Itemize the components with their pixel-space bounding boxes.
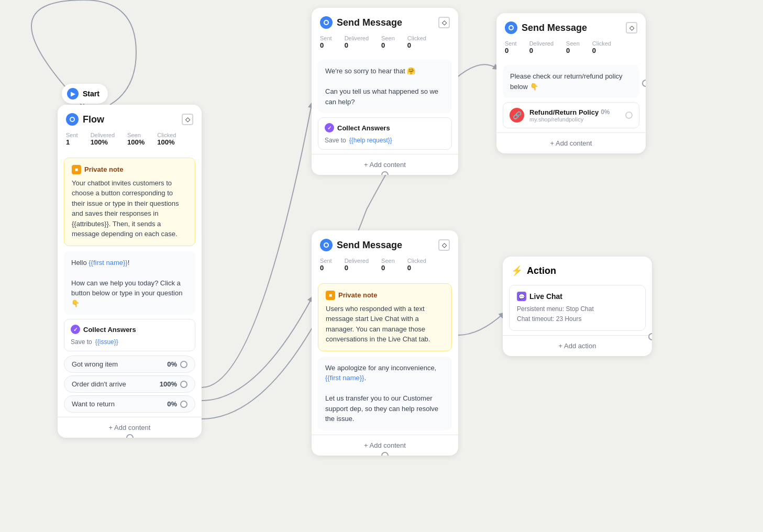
send-msg-tc-icon bbox=[320, 16, 333, 29]
refund-link-info: Refund/Return Policy 0% my.shop/refundpo… bbox=[529, 108, 620, 123]
clicked-label: Clicked bbox=[157, 132, 176, 138]
live-chat-icon: 💬 bbox=[517, 292, 526, 301]
refund-pct: 0% bbox=[601, 108, 610, 116]
seen-value: 100% bbox=[127, 138, 145, 146]
send-msg-bc-bottom-dot bbox=[381, 452, 389, 456]
send-msg-tc-stats: Sent0 Delivered0 Seen0 Clicked0 bbox=[312, 33, 458, 56]
got-wrong-connector bbox=[180, 361, 187, 368]
save-to-tc-row: Save to {{help request}} bbox=[325, 137, 445, 144]
send-msg-tc-collect: ✓ Collect Answers Save to {{help request… bbox=[318, 117, 452, 150]
answer-got-wrong-item[interactable]: Got wrong item 0% bbox=[64, 356, 195, 373]
flow-bottom-dot bbox=[126, 434, 134, 438]
flow-tag-icon[interactable]: ◇ bbox=[182, 114, 193, 125]
order-not-arrived-connector bbox=[180, 381, 187, 388]
svg-point-1 bbox=[71, 118, 74, 121]
private-note-icon: ■ bbox=[72, 165, 81, 174]
save-to-label: Save to bbox=[71, 338, 92, 346]
delivered-label: Delivered bbox=[91, 132, 115, 138]
clicked-value: 100% bbox=[157, 138, 176, 146]
private-note-title: Private note bbox=[84, 164, 123, 175]
action-header: ⚡ Action bbox=[503, 257, 652, 281]
send-msg-tr-title-text: Send Message bbox=[522, 23, 587, 34]
send-msg-top-center: Send Message ◇ Sent0 Delivered0 Seen0 Cl… bbox=[312, 8, 458, 175]
send-msg-tc-message: We're so sorry to hear that 🤗 Can you te… bbox=[318, 60, 452, 113]
want-to-return-pct: 0% bbox=[167, 400, 177, 408]
live-chat-section: 💬 Live Chat Persistent menu: Stop Chat C… bbox=[509, 285, 646, 331]
flow-stats: Sent1 Delivered100% Seen100% Clicked100% bbox=[58, 130, 202, 152]
help-request-var: {{help request}} bbox=[349, 137, 392, 144]
send-msg-bc-tag[interactable]: ◇ bbox=[438, 239, 450, 251]
live-chat-title: Live Chat bbox=[529, 292, 562, 301]
sent-label: Sent bbox=[66, 132, 78, 138]
send-msg-bc-message: We apologize for any inconvenience, {{fi… bbox=[318, 357, 452, 430]
want-to-return-label: Want to return bbox=[72, 400, 115, 408]
sent-value: 1 bbox=[66, 138, 78, 146]
start-icon: ▶ bbox=[67, 88, 79, 99]
collect-icon: ✓ bbox=[71, 325, 80, 334]
refund-link-text: Refund/Return Policy bbox=[529, 108, 599, 116]
private-note-bc-title: Private note bbox=[338, 290, 377, 301]
send-msg-tc-tag[interactable]: ◇ bbox=[438, 17, 450, 28]
flow-icon bbox=[66, 113, 79, 126]
svg-point-3 bbox=[325, 21, 328, 24]
send-msg-tr-message: Please check our return/refund policy be… bbox=[503, 65, 639, 98]
send-msg-tr-icon bbox=[505, 21, 517, 34]
send-msg-tr-right-dot bbox=[642, 80, 646, 87]
seen-label: Seen bbox=[127, 132, 145, 138]
got-wrong-pct: 0% bbox=[167, 360, 177, 368]
refund-link-section: 🔗 Refund/Return Policy 0% my.shop/refund… bbox=[503, 102, 639, 128]
action-title: Action bbox=[527, 265, 556, 276]
order-not-arrived-pct: 100% bbox=[160, 380, 177, 388]
start-node: ▶ Start bbox=[62, 84, 108, 104]
want-to-return-connector bbox=[180, 401, 187, 408]
got-wrong-item-label: Got wrong item bbox=[72, 360, 118, 368]
send-msg-bc-private-note: ■ Private note Users who responded with … bbox=[318, 283, 452, 351]
send-msg-tc-header: Send Message ◇ bbox=[312, 8, 458, 33]
answer-want-to-return[interactable]: Want to return 0% bbox=[64, 395, 195, 413]
send-msg-tc-title: Send Message bbox=[320, 16, 402, 29]
send-msg-bottom-center: Send Message ◇ Sent0 Delivered0 Seen0 Cl… bbox=[312, 230, 458, 456]
save-to-row: Save to {{issue}} bbox=[71, 338, 189, 346]
refund-link-dot bbox=[625, 112, 633, 119]
private-note-body: Your chatbot invites customers to choose… bbox=[72, 179, 179, 238]
flow-title: Flow bbox=[83, 114, 104, 125]
refund-icon: 🔗 bbox=[510, 108, 524, 123]
svg-point-5 bbox=[510, 26, 513, 29]
first-name-var: {{first name}} bbox=[89, 259, 127, 267]
send-msg-bc-title: Send Message bbox=[320, 239, 402, 251]
live-chat-details: Persistent menu: Stop Chat Chat timeout:… bbox=[517, 304, 638, 324]
action-node: ⚡ Action 💬 Live Chat Persistent menu: St… bbox=[503, 257, 652, 356]
refund-url: my.shop/refundpolicy bbox=[529, 116, 620, 123]
order-not-arrived-label: Order didn't arrive bbox=[72, 380, 126, 388]
flow-message-bubble: Hello {{first name}}! How can we help yo… bbox=[64, 251, 195, 315]
svg-point-7 bbox=[325, 243, 328, 247]
flow-node-title: Flow bbox=[66, 113, 104, 126]
send-msg-tr-add-content[interactable]: + Add content bbox=[496, 132, 646, 153]
flow-node-header: Flow ◇ bbox=[58, 105, 202, 130]
issue-variable: {{issue}} bbox=[95, 338, 118, 346]
private-note-bc-body: Users who responded with a text message … bbox=[326, 305, 430, 343]
save-to-tc-label: Save to bbox=[325, 137, 346, 144]
flow-node: Flow ◇ Sent1 Delivered100% Seen100% Clic… bbox=[58, 105, 202, 438]
add-action-btn[interactable]: + Add action bbox=[503, 335, 652, 356]
send-msg-bc-stats: Sent0 Delivered0 Seen0 Clicked0 bbox=[312, 256, 458, 278]
send-msg-tc-title-text: Send Message bbox=[337, 17, 402, 28]
send-msg-tc-bottom-dot bbox=[381, 171, 389, 175]
send-msg-tr-tag[interactable]: ◇ bbox=[626, 22, 637, 34]
send-msg-bc-title-text: Send Message bbox=[337, 240, 402, 251]
collect-tc-title: Collect Answers bbox=[337, 124, 390, 132]
answer-order-not-arrived[interactable]: Order didn't arrive 100% bbox=[64, 375, 195, 393]
send-msg-tr-stats: Sent0 Delivered0 Seen0 Clicked0 bbox=[496, 38, 646, 61]
collect-tc-icon: ✓ bbox=[325, 123, 334, 132]
send-msg-bc-icon bbox=[320, 239, 333, 251]
flow-collect-answers: ✓ Collect Answers Save to {{issue}} bbox=[64, 319, 195, 351]
send-msg-top-right: Send Message ◇ Sent0 Delivered0 Seen0 Cl… bbox=[496, 13, 646, 153]
start-label: Start bbox=[83, 90, 99, 98]
delivered-value: 100% bbox=[91, 138, 115, 146]
private-note-bc-icon: ■ bbox=[326, 291, 335, 300]
send-msg-bc-header: Send Message ◇ bbox=[312, 230, 458, 256]
flow-private-note: ■ Private note Your chatbot invites cust… bbox=[64, 158, 195, 246]
action-icon: ⚡ bbox=[511, 265, 523, 276]
send-msg-tr-title: Send Message bbox=[505, 21, 587, 34]
collect-title: Collect Answers bbox=[83, 326, 136, 334]
